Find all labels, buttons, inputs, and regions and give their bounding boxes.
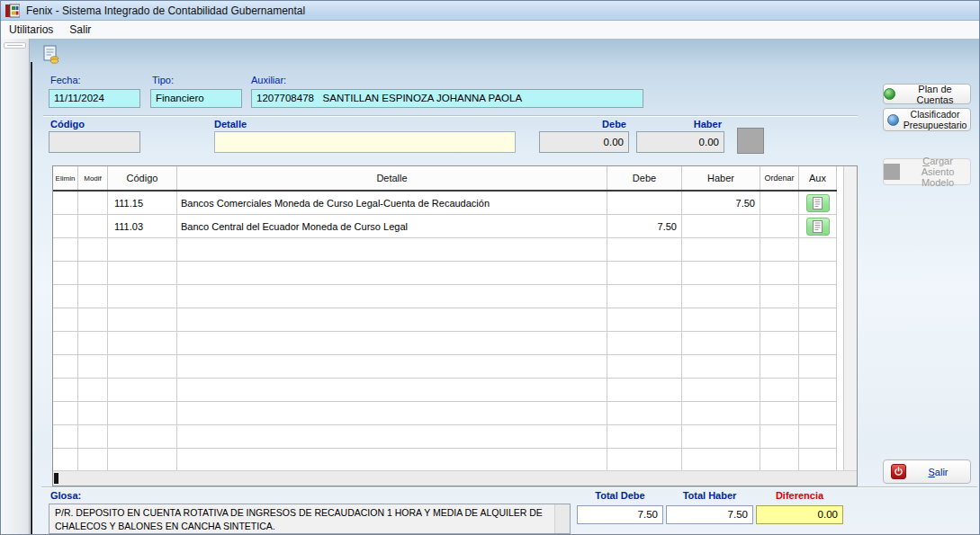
- detalle-label: Detalle: [214, 119, 247, 129]
- detalle-entry-input[interactable]: [214, 131, 516, 153]
- table-empty-row: [53, 332, 837, 355]
- table-empty-rows: [53, 238, 837, 470]
- header-modif[interactable]: Modif: [78, 166, 108, 190]
- menu-item-salir[interactable]: Salir: [61, 22, 99, 38]
- horizontal-scrollbar-thumb[interactable]: [54, 473, 58, 484]
- table-empty-row: [53, 308, 837, 332]
- aux-detail-button[interactable]: [806, 218, 830, 236]
- salir-button[interactable]: Salir: [883, 459, 971, 484]
- empty-cell: [53, 425, 78, 448]
- header-ordenar[interactable]: Ordenar: [760, 166, 799, 190]
- header-detalle[interactable]: Detalle: [177, 166, 607, 190]
- empty-cell: [177, 402, 607, 424]
- plan-de-cuentas-button[interactable]: Plan de Cuentas: [883, 84, 971, 104]
- panel-divider: [31, 62, 32, 535]
- menu-item-utilitarios[interactable]: Utilitarios: [1, 22, 61, 38]
- cell-detalle: Banco Central del Ecuador Moneda de Curs…: [177, 215, 607, 237]
- empty-cell: [607, 308, 682, 331]
- note-icon: [813, 197, 823, 210]
- empty-cell: [108, 332, 177, 354]
- empty-cell: [607, 285, 682, 308]
- glosa-scrollbar[interactable]: [554, 504, 570, 533]
- empty-cell: [177, 449, 607, 470]
- empty-cell: [682, 449, 760, 470]
- total-haber-field: 7.50: [666, 505, 753, 524]
- empty-cell: [760, 425, 799, 448]
- cell-detalle: Bancos Comerciales Moneda de Curso Legal…: [177, 192, 607, 214]
- cell-debe: 7.50: [607, 215, 682, 237]
- empty-cell: [799, 402, 837, 424]
- empty-cell: [607, 238, 682, 261]
- document-coins-icon[interactable]: [41, 45, 61, 65]
- empty-cell: [799, 379, 837, 401]
- cargar-asiento-modelo-button[interactable]: Cargar Asiento Modelo: [883, 158, 971, 185]
- menu-bar: Utilitarios Salir: [1, 21, 980, 39]
- vertical-scrollbar[interactable]: [843, 166, 857, 470]
- empty-cell: [177, 379, 607, 401]
- empty-cell: [799, 332, 837, 354]
- clasificador-label: Clasificador Presupuestario: [904, 109, 967, 130]
- clasificador-presupuestario-button[interactable]: Clasificador Presupuestario: [883, 108, 971, 131]
- cell-elimin: [53, 215, 78, 237]
- auxiliar-input[interactable]: 1207708478 SANTILLAN ESPINOZA JOHANNA PA…: [251, 89, 643, 108]
- table-row[interactable]: 111.03 Banco Central del Ecuador Moneda …: [53, 215, 837, 238]
- total-debe-label: Total Debe: [577, 490, 663, 501]
- fecha-input[interactable]: 11/11/2024: [49, 89, 140, 108]
- empty-cell: [682, 262, 760, 284]
- empty-cell: [53, 238, 78, 261]
- tipo-input[interactable]: Financiero: [150, 89, 242, 108]
- table-empty-row: [53, 355, 837, 379]
- empty-cell: [760, 379, 799, 401]
- header-elimin[interactable]: Elimin: [53, 166, 78, 190]
- empty-cell: [78, 402, 108, 424]
- panel-splitter-handle[interactable]: [4, 42, 26, 49]
- table-empty-row: [53, 379, 837, 402]
- codigo-entry-input[interactable]: [49, 131, 140, 153]
- debe-entry-input[interactable]: 0.00: [539, 131, 629, 153]
- empty-cell: [177, 262, 607, 284]
- header-aux[interactable]: Aux: [799, 166, 837, 190]
- empty-cell: [78, 285, 108, 308]
- journal-table: Elimin Modif Código Detalle Debe Haber O…: [52, 165, 858, 486]
- aux-detail-button[interactable]: [806, 194, 830, 212]
- empty-cell: [53, 379, 78, 401]
- table-empty-row: [53, 402, 837, 425]
- glosa-textarea[interactable]: P/R. DEPOSITO EN CUENTA ROTATIVA DE INGR…: [49, 504, 571, 534]
- table-empty-row: [53, 449, 837, 470]
- empty-cell: [78, 308, 108, 331]
- empty-cell: [799, 425, 837, 448]
- cell-haber: [682, 215, 760, 237]
- haber-entry-input[interactable]: 0.00: [636, 131, 724, 153]
- empty-cell: [53, 262, 78, 284]
- empty-cell: [53, 402, 78, 424]
- auxiliar-label: Auxiliar:: [251, 75, 286, 85]
- cell-ordenar: [760, 192, 799, 214]
- empty-cell: [177, 285, 607, 308]
- application-window: Fenix - Sistema Integrado de Contabilida…: [0, 0, 980, 535]
- add-entry-button[interactable]: [737, 128, 764, 154]
- header-haber[interactable]: Haber: [682, 166, 760, 190]
- empty-cell: [108, 449, 177, 470]
- header-debe[interactable]: Debe: [607, 166, 682, 190]
- empty-cell: [760, 355, 799, 378]
- empty-cell: [682, 308, 760, 331]
- debe-label: Debe: [539, 119, 626, 129]
- table-row[interactable]: 111.15 Bancos Comerciales Moneda de Curs…: [53, 192, 837, 215]
- empty-cell: [760, 238, 799, 261]
- empty-cell: [78, 355, 108, 378]
- horizontal-scrollbar[interactable]: [53, 470, 857, 486]
- tipo-label: Tipo:: [152, 75, 174, 85]
- app-icon: [5, 4, 20, 18]
- codigo-label: Código: [50, 119, 85, 129]
- cell-codigo: 111.15: [108, 192, 177, 214]
- glosa-text: P/R. DEPOSITO EN CUENTA ROTATIVA DE INGR…: [55, 506, 546, 532]
- empty-cell: [108, 355, 177, 378]
- empty-cell: [760, 449, 799, 470]
- empty-cell: [177, 332, 607, 354]
- empty-cell: [607, 355, 682, 378]
- empty-cell: [607, 402, 682, 424]
- cell-elimin: [53, 192, 78, 214]
- empty-cell: [682, 238, 760, 261]
- header-codigo[interactable]: Código: [108, 166, 177, 190]
- empty-cell: [682, 425, 760, 448]
